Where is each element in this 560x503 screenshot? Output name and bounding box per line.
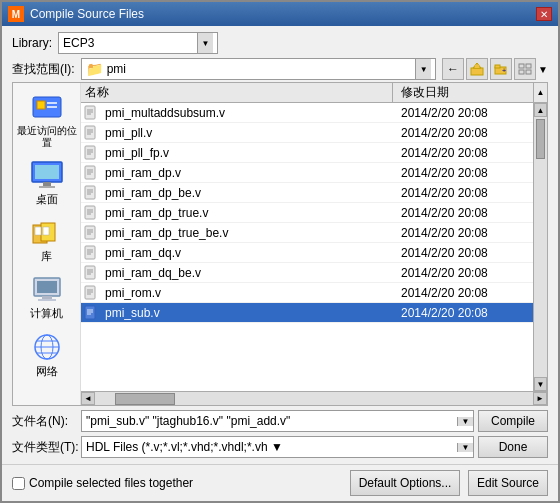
table-row[interactable]: pmi_rom.v 2014/2/20 20:08 [81,283,533,303]
file-date: 2014/2/20 20:08 [393,246,533,260]
library-label: Library: [12,36,52,50]
table-row[interactable]: pmi_sub.v 2014/2/20 20:08 [81,303,533,323]
table-row[interactable]: pmi_ram_dp_true_be.v 2014/2/20 20:08 [81,223,533,243]
table-row[interactable]: pmi_ram_dp_be.v 2014/2/20 20:08 [81,183,533,203]
library-value: ECP3 [63,36,197,50]
file-date: 2014/2/20 20:08 [393,226,533,240]
table-row[interactable]: pmi_ram_dp.v 2014/2/20 20:08 [81,163,533,183]
file-date: 2014/2/20 20:08 [393,186,533,200]
file-icon [81,123,101,143]
default-options-button[interactable]: Default Options... [350,470,460,496]
sidebar-item-network[interactable]: 网络 [29,331,65,378]
table-row[interactable]: pmi_ram_dq.v 2014/2/20 20:08 [81,243,533,263]
sidebar-item-library[interactable]: 库 [29,216,65,263]
library-label-sidebar: 库 [41,250,52,263]
network-icon [29,331,65,363]
path-toolbar: ← + ▼ [442,58,548,80]
sidebar-item-desktop[interactable]: 桌面 [29,159,65,206]
col-scroll-top[interactable]: ▲ [533,83,547,102]
filename-dropdown-button[interactable]: ▼ [457,417,473,426]
path-dropdown-arrow[interactable]: ▼ [415,59,431,79]
svg-rect-24 [42,296,52,299]
hscroll-track[interactable] [95,392,533,405]
view-dropdown-arrow[interactable]: ▼ [538,64,548,75]
filetype-input[interactable] [82,440,457,454]
path-value: pmi [107,62,415,76]
col-date-text: 修改日期 [401,84,449,101]
file-icon [81,263,101,283]
up-folder-button[interactable] [466,58,488,80]
sidebar-item-computer[interactable]: 计算机 [29,273,65,320]
compile-together-checkbox[interactable] [12,477,25,490]
back-button[interactable]: ← [442,58,464,80]
close-button[interactable]: ✕ [536,7,552,21]
table-row[interactable]: pmi_multaddsubsum.v 2014/2/20 20:08 [81,103,533,123]
table-row[interactable]: pmi_ram_dq_be.v 2014/2/20 20:08 [81,263,533,283]
svg-rect-7 [526,64,531,68]
file-list: pmi_multaddsubsum.v 2014/2/20 20:08 pmi_… [81,103,533,391]
filetype-label: 文件类型(T): [12,439,77,456]
file-icon [81,203,101,223]
filetype-dropdown-button[interactable]: ▼ [457,443,473,452]
filetype-row: 文件类型(T): ▼ Done [2,434,558,462]
file-name: pmi_ram_dq.v [101,246,393,260]
col-date-header[interactable]: 修改日期 [393,83,533,102]
svg-rect-43 [85,166,95,179]
file-name: pmi_pll_fp.v [101,146,393,160]
edit-source-button[interactable]: Edit Source [468,470,548,496]
file-list-scroll-area: pmi_multaddsubsum.v 2014/2/20 20:08 pmi_… [81,103,547,391]
scroll-track[interactable] [534,117,547,377]
file-date: 2014/2/20 20:08 [393,206,533,220]
scroll-up-button[interactable]: ▲ [534,103,547,117]
file-date: 2014/2/20 20:08 [393,306,533,320]
library-dropdown[interactable]: ECP3 ▼ [58,32,218,54]
browser-area: 最近访问的位置 桌面 库 计算机 [12,82,548,406]
svg-rect-0 [471,68,483,75]
svg-rect-9 [526,70,531,74]
svg-rect-20 [35,227,41,235]
library-icon-sidebar [29,216,65,248]
col-name-header[interactable]: 名称 [81,83,393,102]
compile-together-label[interactable]: Compile selected files together [29,476,193,490]
file-icon [81,163,101,183]
folder-icon: 📁 [86,61,103,77]
file-date: 2014/2/20 20:08 [393,286,533,300]
scroll-right-button[interactable]: ► [533,392,547,405]
new-folder-button[interactable]: + [490,58,512,80]
svg-rect-21 [43,227,49,235]
vertical-scrollbar[interactable]: ▲ ▼ [533,103,547,391]
compile-button[interactable]: Compile [478,410,548,432]
table-row[interactable]: pmi_ram_dp_true.v 2014/2/20 20:08 [81,203,533,223]
file-name: pmi_ram_dp_true.v [101,206,393,220]
path-dropdown[interactable]: 📁 pmi ▼ [81,58,436,80]
file-icon [81,103,101,123]
library-dropdown-arrow[interactable]: ▼ [197,33,213,53]
scroll-thumb[interactable] [536,119,545,159]
filetype-input-container: ▼ [81,436,474,458]
file-date: 2014/2/20 20:08 [393,146,533,160]
filename-label: 文件名(N): [12,413,77,430]
sidebar-item-recent[interactable]: 最近访问的位置 [17,91,77,149]
svg-rect-16 [43,182,51,186]
file-list-header: 名称 修改日期 ▲ [81,83,547,103]
hscroll-thumb[interactable] [115,393,175,405]
scroll-down-button[interactable]: ▼ [534,377,547,391]
svg-text:+: + [502,67,506,74]
filename-input[interactable] [82,414,457,428]
table-row[interactable]: pmi_pll_fp.v 2014/2/20 20:08 [81,143,533,163]
recent-label: 最近访问的位置 [17,125,77,149]
scroll-left-button[interactable]: ◄ [81,392,95,405]
svg-rect-55 [85,226,95,239]
svg-rect-11 [37,101,45,109]
table-row[interactable]: pmi_pll.v 2014/2/20 20:08 [81,123,533,143]
view-menu-button[interactable] [514,58,536,80]
app-icon: M [8,6,24,22]
horizontal-scrollbar[interactable]: ◄ ► [81,391,547,405]
computer-label: 计算机 [30,307,63,320]
svg-rect-25 [38,299,56,301]
file-list-panel: 名称 修改日期 ▲ pmi_multaddsubsum.v 201 [81,83,547,405]
network-label: 网络 [36,365,58,378]
done-button[interactable]: Done [478,436,548,458]
checkbox-container: Compile selected files together [12,476,342,490]
svg-rect-6 [519,64,524,68]
